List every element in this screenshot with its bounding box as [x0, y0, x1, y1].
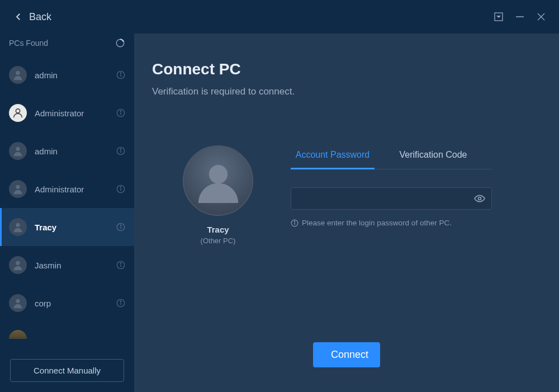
pc-item-administrator[interactable]: Administrator: [0, 94, 134, 132]
avatar-icon: [9, 256, 27, 274]
pc-name-label: Administrator: [35, 185, 108, 194]
pc-name-label: Tracy: [35, 223, 108, 232]
svg-point-20: [120, 187, 121, 187]
back-button[interactable]: Back: [13, 11, 51, 23]
svg-point-12: [120, 111, 121, 111]
connect-button[interactable]: Connect: [313, 342, 380, 367]
main-panel: Connect PC Verification is required to c…: [134, 34, 559, 392]
pc-item-corp[interactable]: corp: [0, 284, 134, 322]
info-icon[interactable]: [116, 299, 125, 308]
pc-item-tracy[interactable]: Tracy: [0, 208, 134, 246]
pc-name-label: admin: [35, 147, 108, 156]
target-sub: (Other PC): [201, 237, 236, 245]
verification-tabs: Account Password Verification Code: [291, 145, 492, 169]
svg-point-25: [16, 261, 20, 265]
avatar-icon: [9, 142, 27, 160]
avatar-icon: [9, 66, 27, 84]
svg-point-29: [16, 299, 20, 303]
connect-manually-label: Connect Manually: [34, 366, 101, 375]
tab-label: Verification Code: [400, 150, 467, 159]
verification-form: Account Password Verification Code: [291, 145, 492, 227]
avatar-icon: [9, 218, 27, 236]
avatar-icon: [9, 180, 27, 198]
info-icon[interactable]: [116, 261, 125, 270]
minimize-button[interactable]: [515, 12, 524, 21]
avatar-icon: [9, 330, 27, 339]
sidebar: PCs Found admin Administrator: [0, 34, 134, 392]
info-icon[interactable]: [116, 70, 125, 79]
hint-text: Please enter the login password of other…: [302, 219, 452, 227]
svg-point-17: [16, 185, 20, 189]
arrow-left-icon: [13, 12, 23, 22]
svg-point-24: [120, 225, 121, 225]
window-controls: [494, 12, 546, 21]
pc-name-label: corp: [35, 299, 108, 308]
svg-point-34: [479, 197, 481, 200]
page-title: Connect PC: [152, 60, 541, 78]
svg-point-28: [120, 263, 121, 263]
pc-item-administrator[interactable]: Administrator: [0, 170, 134, 208]
dropdown-button[interactable]: [494, 12, 503, 21]
avatar-icon: [9, 104, 27, 122]
tab-verification-code[interactable]: Verification Code: [375, 145, 492, 169]
info-icon[interactable]: [116, 223, 125, 232]
svg-point-33: [209, 165, 227, 183]
pc-item-partial[interactable]: [0, 322, 134, 339]
svg-point-5: [16, 71, 20, 75]
info-icon: [291, 219, 299, 227]
password-input[interactable]: [291, 187, 492, 210]
info-icon[interactable]: [116, 147, 125, 155]
info-icon[interactable]: [116, 185, 125, 193]
tab-account-password[interactable]: Account Password: [291, 145, 375, 169]
titlebar: Back: [0, 0, 559, 34]
show-password-icon[interactable]: [474, 193, 485, 204]
pc-item-admin[interactable]: admin: [0, 132, 134, 170]
page-subtitle: Verification is required to connect.: [152, 86, 541, 97]
back-label: Back: [29, 11, 51, 23]
close-button[interactable]: [537, 12, 546, 21]
tab-label: Account Password: [296, 150, 370, 159]
svg-point-9: [16, 109, 20, 113]
sidebar-header-label: PCs Found: [9, 39, 48, 48]
pc-name-label: Jasmin: [35, 261, 108, 270]
refresh-icon[interactable]: [115, 38, 125, 48]
svg-point-32: [120, 301, 121, 301]
svg-point-21: [16, 223, 20, 227]
password-hint: Please enter the login password of other…: [291, 219, 492, 227]
pc-name-label: admin: [35, 70, 108, 80]
connect-manually-button[interactable]: Connect Manually: [10, 359, 124, 382]
pc-item-admin[interactable]: admin: [0, 56, 134, 94]
target-avatar-block: Tracy (Other PC): [179, 145, 257, 245]
info-icon[interactable]: [116, 108, 125, 117]
svg-point-37: [294, 221, 295, 221]
pc-list: admin Administrator admin: [0, 56, 134, 350]
connect-button-label: Connect: [331, 349, 368, 360]
svg-point-16: [120, 149, 121, 149]
svg-point-13: [16, 147, 20, 151]
target-avatar-icon: [183, 145, 253, 216]
pc-name-label: Administrator: [35, 108, 108, 118]
svg-point-8: [120, 73, 121, 73]
pc-item-jasmin[interactable]: Jasmin: [0, 246, 134, 284]
sidebar-header: PCs Found: [0, 34, 134, 56]
avatar-icon: [9, 294, 27, 312]
target-name: Tracy: [207, 225, 229, 234]
